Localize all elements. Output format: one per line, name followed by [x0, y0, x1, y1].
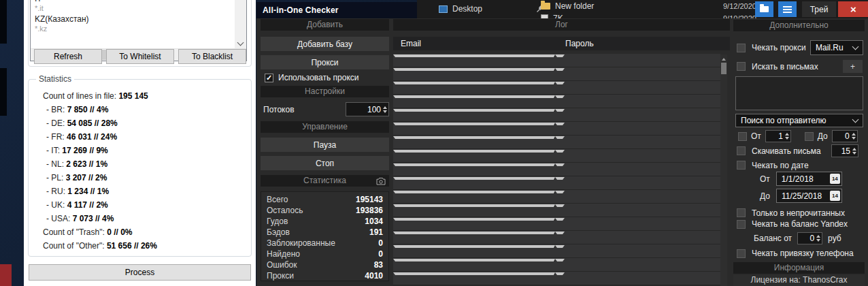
file-name: 7K	[553, 14, 563, 18]
log-row[interactable]: catanddog@t-online.demauritz8	[393, 244, 720, 258]
section-header-info: Информация	[733, 262, 865, 274]
process-button[interactable]: Process	[29, 264, 251, 281]
date-to-field[interactable]: 11/25/2018 14	[776, 189, 842, 203]
sender-filter-select[interactable]: Поиск по отправителю	[735, 114, 863, 127]
balance-from-row: Баланс от 0 руб	[733, 232, 865, 244]
stop-button[interactable]: Стоп	[261, 156, 389, 170]
list-item[interactable]: KZ(Казахстан)	[31, 13, 246, 25]
checker-left-panel: Добавить Добавить базу Прокси ✓ Использо…	[261, 18, 389, 281]
explorer-file-row[interactable]: 7K 9/10/2020	[541, 14, 563, 18]
section-header-extra: Дополнительно	[733, 20, 865, 31]
stat-row: Всего195143	[267, 194, 383, 205]
balance-currency-label: руб	[828, 234, 841, 243]
statistics-title: Statistics	[36, 74, 74, 84]
to-spinner[interactable]: 0	[832, 130, 858, 142]
log-row[interactable]: quirinkevin@t-online.de19102007k	[393, 258, 720, 272]
desktop-decoration	[0, 0, 7, 44]
spinner-arrows-icon[interactable]	[852, 147, 856, 155]
log-row[interactable]: timosprunck@t-online.deRauchen2410	[393, 217, 720, 231]
explorer-file-row[interactable]: New folder 9/12/2020	[541, 1, 594, 11]
proxy-button[interactable]: Прокси	[261, 55, 389, 69]
stat-line: - RU: 1 234 // 1%	[43, 185, 251, 198]
list-item[interactable]: *.it	[31, 4, 246, 13]
scroll-down-icon[interactable]	[237, 39, 244, 46]
stat-row: Найдено0	[267, 249, 383, 259]
search-in-letters-checkbox[interactable]	[737, 62, 746, 71]
date-from-field[interactable]: 1/1/2018 14	[776, 172, 842, 186]
threads-spinner[interactable]: 100	[346, 102, 389, 116]
scroll-thumb[interactable]	[721, 63, 727, 74]
pause-button[interactable]: Пауза	[261, 138, 389, 152]
log-row[interactable]: elenaairato@alice.it150276	[393, 190, 720, 204]
spinner-arrows-icon[interactable]	[383, 106, 387, 114]
folder-icon	[760, 6, 769, 12]
stat-line: - BR: 7 850 // 4%	[43, 103, 251, 116]
spinner-arrows-icon[interactable]	[852, 132, 856, 140]
phone-check-checkbox[interactable]	[737, 249, 746, 258]
checkbox-checked-icon[interactable]: ✓	[265, 74, 273, 82]
only-unread-checkbox[interactable]	[737, 208, 746, 217]
stat-row: Заблокированные0	[267, 238, 383, 249]
balance-from-label: Баланс от	[754, 234, 792, 243]
log-row[interactable]: uweguenkel@t-online.deFFW-florian-112	[393, 204, 720, 217]
log-row[interactable]: 18688488642@wo.com.cn157359	[393, 122, 720, 136]
refresh-button[interactable]: Refresh	[34, 49, 102, 64]
explorer-desktop-item[interactable]: Desktop	[439, 4, 544, 14]
checker-window: All-in-One Checker Добавить Добавить баз…	[256, 2, 868, 286]
stat-row: Ошибок83	[267, 259, 383, 270]
use-proxy-checkbox-row[interactable]: ✓ Использовать прокси	[261, 73, 389, 82]
date-from-row: От 1/1/2018 14	[733, 172, 865, 186]
log-scrollbar[interactable]	[720, 54, 727, 286]
close-button[interactable]: ×	[838, 1, 868, 17]
log-row[interactable]: to_ku81b@jcom.zaq.ne.jptoku3730	[393, 54, 720, 67]
log-row[interactable]: majico85@alice.it24021985	[393, 81, 720, 95]
log-row[interactable]: mauro.delgallo@alice.itmilitomoratti	[393, 149, 720, 163]
log-row[interactable]: fabrizioiodice@alice.it21262206	[393, 108, 720, 122]
check-proxy-row: Чекать прокси Mail.Ru	[733, 40, 865, 55]
menu-button[interactable]	[778, 1, 797, 17]
check-by-date-row: Чекать по дате	[733, 161, 865, 170]
stat-line: - USA: 7 073 // 4%	[43, 212, 251, 225]
log-row[interactable]: aeropeppe@alice.it09031983	[393, 95, 720, 108]
add-base-button[interactable]: Добавить базу	[261, 37, 389, 51]
log-row[interactable]: capri_aman@rediffmail.comoakpsiecnn	[393, 231, 720, 244]
check-by-date-checkbox[interactable]	[737, 161, 746, 170]
to-checkbox[interactable]	[805, 132, 814, 141]
threads-row: Потоков 100	[261, 102, 389, 116]
desktop-red-icon	[0, 264, 12, 286]
log-row[interactable]: michelle.ka@t-online.deMischko1701	[393, 272, 720, 285]
to-blacklist-button[interactable]: To Blacklist	[178, 49, 246, 64]
file-icon	[541, 14, 548, 18]
spinner-arrows-icon[interactable]	[816, 234, 820, 242]
calendar-icon[interactable]: 14	[830, 191, 840, 201]
yandex-balance-checkbox[interactable]	[737, 220, 746, 229]
to-whitelist-button[interactable]: To Whitelist	[106, 49, 174, 64]
log-row[interactable]: utopiaconvulsa@alice.itgaetana	[393, 67, 720, 81]
log-row[interactable]: giadalazzari@alice.itsukalaminkia	[393, 136, 720, 149]
proxy-service-select[interactable]: Mail.Ru	[810, 40, 863, 55]
log-row[interactable]: happy@jbox.co.jp00220022	[393, 176, 720, 190]
stat-line: Count of lines in file: 195 145	[43, 89, 251, 103]
spinner-arrows-icon[interactable]	[785, 132, 789, 140]
list-vertical-scrollbar[interactable]	[235, 0, 246, 48]
from-to-row: От 1 До 0	[733, 130, 865, 142]
check-proxy-checkbox[interactable]	[737, 44, 746, 52]
titlebar-buttons: Трей ×	[755, 1, 868, 17]
camera-icon[interactable]	[376, 177, 386, 185]
chevron-down-icon	[852, 116, 859, 123]
tray-button[interactable]: Трей	[802, 1, 836, 17]
open-folder-button[interactable]	[755, 1, 773, 17]
list-item[interactable]: *.kz	[31, 25, 246, 33]
download-letters-checkbox[interactable]	[737, 146, 746, 155]
log-row[interactable]: sedghi@alice.it160954	[393, 163, 720, 176]
add-search-term-button[interactable]: +	[843, 60, 863, 73]
balance-spinner[interactable]: 0	[797, 232, 822, 244]
search-terms-textarea[interactable]	[735, 76, 863, 110]
calendar-icon[interactable]: 14	[830, 174, 840, 184]
from-checkbox[interactable]	[738, 132, 747, 141]
download-letters-spinner[interactable]: 15	[831, 144, 858, 157]
from-spinner[interactable]: 1	[765, 130, 791, 142]
scroll-up-icon[interactable]	[722, 58, 726, 61]
only-unread-label: Только в непрочитанных	[746, 208, 845, 218]
stat-row: Прокси4010	[267, 270, 383, 281]
